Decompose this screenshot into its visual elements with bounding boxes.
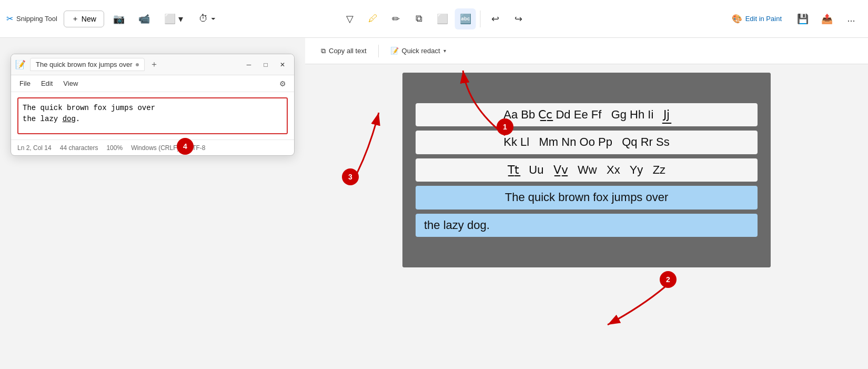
app-title-text: Snipping Tool — [16, 15, 57, 23]
share-button[interactable]: 📤 — [816, 8, 837, 29]
minimize-button[interactable]: ─ — [241, 57, 256, 72]
zoom-level: 100% — [106, 144, 123, 152]
cursor-position: Ln 2, Col 14 — [17, 144, 52, 152]
scissors-icon: ✂ — [6, 14, 13, 24]
main-content: 📝 The quick brown fox jumps over ＋ ─ □ ✕… — [0, 38, 868, 369]
notepad-content: The quick brown fox jumps over the lazy … — [11, 92, 294, 139]
paint-icon: 🎨 — [732, 14, 742, 24]
top-toolbar: ✂ Snipping Tool ＋ New 📷 📹 ⬜ ▾ ⏱ ▾ ▽ 🖊 ✏ … — [0, 0, 868, 38]
unsaved-dot — [136, 63, 139, 66]
redo-button[interactable]: ↪ — [508, 8, 529, 29]
center-toolbar: ▽ 🖊 ✏ ⧉ ⬜ 🔤 ↩ ↪ — [339, 8, 529, 29]
copy-btn-separator — [378, 45, 379, 57]
chevron-down-icon: ▾ — [443, 48, 446, 54]
crop-button[interactable]: ⬜ — [432, 8, 453, 29]
save-button[interactable]: 💾 — [792, 8, 813, 29]
snip-image: Aa Bb C̲c̲ Dd Ee Ff Gg Hh Ii J̲j̲ Kk Ll … — [402, 73, 771, 267]
quick-redact-button[interactable]: 📝 Quick redact ▾ — [383, 44, 453, 58]
copy-all-text-label: Copy all text — [329, 47, 367, 55]
highlighted-text-2: the lazy dog. — [416, 214, 758, 237]
notepad-tab-title: The quick brown fox jumps over — [36, 61, 133, 68]
edit-in-paint-button[interactable]: 🎨 Edit in Paint — [724, 11, 789, 27]
annotation-circle-1: 1 — [497, 118, 513, 135]
add-tab-button[interactable]: ＋ — [147, 57, 162, 72]
right-toolbar: 🎨 Edit in Paint 💾 📤 ... — [724, 8, 862, 29]
app-title: ✂ Snipping Tool — [6, 14, 57, 24]
new-button-label: New — [82, 15, 96, 23]
eraser-button[interactable]: ✏ — [386, 8, 407, 29]
copy-button[interactable]: ⧉ — [409, 8, 430, 29]
notepad-menubar: File Edit View ⚙ — [11, 75, 294, 92]
notepad-icon: 📝 — [15, 59, 26, 69]
image-area: Aa Bb C̲c̲ Dd Ee Ff Gg Hh Ii J̲j̲ Kk Ll … — [305, 64, 868, 369]
copy-icon: ⧉ — [321, 47, 326, 55]
annotation-circle-4: 4 — [177, 138, 194, 155]
undo-button[interactable]: ↩ — [485, 8, 506, 29]
video-button[interactable]: 📹 — [134, 8, 155, 29]
alpha-row-3: T̲t̲ Uu V̲v̲ Ww Xx Yy Zz — [416, 158, 758, 182]
char-count: 44 characters — [60, 144, 98, 152]
notepad-window: 📝 The quick brown fox jumps over ＋ ─ □ ✕… — [11, 54, 295, 156]
notepad-tab[interactable]: The quick brown fox jumps over — [30, 58, 145, 71]
alphabet-board: Aa Bb C̲c̲ Dd Ee Ff Gg Hh Ii J̲j̲ Kk Ll … — [402, 73, 771, 267]
alpha-row-2: Kk Ll Mm Nn Oo Pp Qq Rr Ss — [416, 131, 758, 154]
notepad-statusbar: Ln 2, Col 14 44 characters 100% Windows … — [11, 139, 294, 155]
notepad-text-area[interactable]: The quick brown fox jumps over the lazy … — [17, 97, 288, 134]
view-menu[interactable]: View — [59, 78, 82, 89]
delay-button[interactable]: ⏱ ▾ — [193, 8, 222, 29]
quick-redact-label: Quick redact — [402, 47, 440, 55]
copy-toolbar: ⧉ Copy all text 📝 Quick redact ▾ — [305, 38, 868, 64]
notepad-titlebar: 📝 The quick brown fox jumps over ＋ ─ □ ✕ — [11, 54, 294, 75]
plus-icon: ＋ — [72, 14, 79, 24]
close-button[interactable]: ✕ — [275, 57, 290, 72]
edit-in-paint-label: Edit in Paint — [745, 15, 782, 23]
redact-icon: 📝 — [390, 47, 399, 55]
new-button[interactable]: ＋ New — [64, 11, 104, 27]
more-options-button[interactable]: ... — [841, 8, 862, 29]
settings-button[interactable]: ⚙ — [275, 76, 290, 91]
rect-snip-button[interactable]: ⬜ ▾ — [159, 8, 188, 29]
edit-menu[interactable]: Edit — [37, 78, 57, 89]
more-options-label: ... — [847, 13, 855, 24]
text-line2: the lazy dog. — [23, 114, 282, 125]
maximize-button[interactable]: □ — [258, 57, 273, 72]
copy-all-text-button[interactable]: ⧉ Copy all text — [314, 44, 374, 58]
text-line1: The quick brown fox jumps over — [23, 103, 282, 114]
highlight-button[interactable]: 🖊 — [362, 8, 383, 29]
text-panel: ⧉ Copy all text 📝 Quick redact ▾ Aa Bb C… — [305, 38, 868, 369]
highlighted-text-1: The quick brown fox jumps over — [416, 186, 758, 210]
filter-icon-button[interactable]: ▽ — [339, 8, 360, 29]
file-menu[interactable]: File — [15, 78, 35, 89]
line-ending: Windows (CRLF) — [131, 144, 179, 152]
text-detect-button[interactable]: 🔤 — [455, 8, 476, 29]
screenshot-button[interactable]: 📷 — [108, 8, 129, 29]
alpha-row-1: Aa Bb C̲c̲ Dd Ee Ff Gg Hh Ii J̲j̲ — [416, 103, 758, 127]
annotation-circle-3: 3 — [342, 168, 359, 185]
annotation-circle-2: 2 — [660, 271, 677, 288]
toolbar-separator — [480, 11, 481, 27]
